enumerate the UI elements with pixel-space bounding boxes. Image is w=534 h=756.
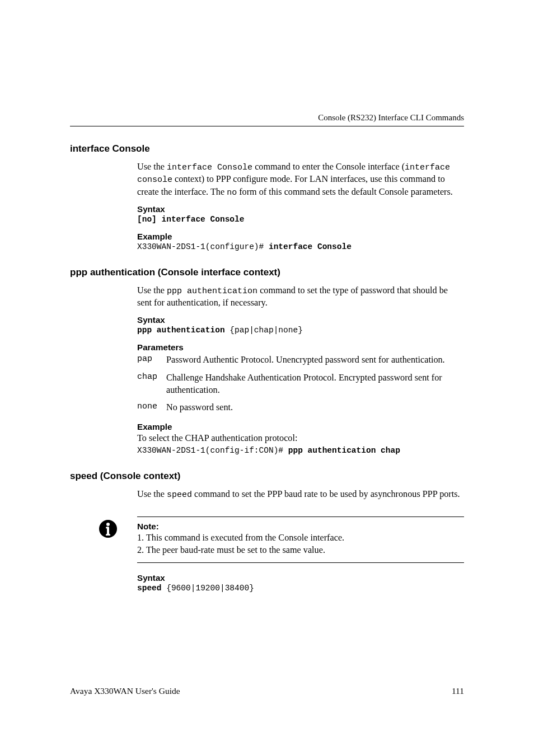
- info-icon: [98, 519, 118, 541]
- code-rest: {pap|chap|none}: [225, 326, 303, 335]
- inline-code: speed: [167, 490, 192, 500]
- note-item: 2. The peer baud-rate must be set to the…: [137, 544, 464, 557]
- inline-code: interface Console: [167, 163, 252, 172]
- example-label: Example: [137, 422, 464, 431]
- text: Use the: [137, 489, 167, 499]
- paragraph: Use the speed command to set the PPP bau…: [137, 489, 464, 501]
- syntax-code: ppp authentication {pap|chap|none}: [137, 326, 464, 335]
- section-interface-console: interface Console Use the interface Cons…: [70, 143, 464, 251]
- text: form of this command sets the default Co…: [237, 187, 453, 197]
- code-bold: ppp authentication: [137, 326, 225, 335]
- note-rule-bottom: [137, 562, 464, 563]
- footer-page-number: 111: [452, 686, 464, 696]
- body-speed: Use the speed command to set the PPP bau…: [137, 489, 464, 501]
- inline-code: no: [227, 188, 237, 198]
- example-label: Example: [137, 232, 464, 241]
- heading-interface-console: interface Console: [70, 143, 464, 154]
- code-prefix: X330WAN-2DS1-1(config-if:CON)#: [137, 446, 288, 455]
- note-rule-top: [137, 516, 464, 517]
- page-content: interface Console Use the interface Cons…: [70, 143, 464, 593]
- param-desc: Password Authentic Protocol. Unencrypted…: [166, 354, 445, 367]
- page-footer: Avaya X330WAN User's Guide 111: [70, 686, 464, 696]
- section-speed: speed (Console context) Use the speed co…: [70, 471, 464, 593]
- note-label: Note:: [137, 522, 464, 531]
- text: Use the: [137, 162, 167, 172]
- body-ppp-auth: Use the ppp authentication command to se…: [137, 285, 464, 455]
- note-block: Note: 1. This command is executed from t…: [137, 516, 464, 563]
- running-header: Console (RS232) Interface CLI Commands: [318, 113, 464, 123]
- syntax-code: [no] interface Console: [137, 215, 464, 224]
- text: command to set the PPP baud rate to be u…: [192, 489, 460, 499]
- svg-point-1: [106, 523, 110, 526]
- parameters-table: pap Password Authentic Protocol. Unencry…: [137, 354, 464, 414]
- code-bold: speed: [137, 584, 162, 593]
- example-code: X330WAN-2DS1-1(configure)# interface Con…: [137, 242, 464, 251]
- example-code: X330WAN-2DS1-1(config-if:CON)# ppp authe…: [137, 446, 464, 455]
- syntax-code: speed {9600|19200|38400}: [137, 584, 464, 593]
- code-bold: interface Console: [269, 242, 352, 251]
- paragraph: Use the ppp authentication command to se…: [137, 285, 464, 309]
- param-row: pap Password Authentic Protocol. Unencry…: [137, 354, 464, 367]
- syntax-label: Syntax: [137, 315, 464, 325]
- param-desc: No password sent.: [166, 402, 233, 414]
- inline-code: ppp authentication: [167, 287, 257, 296]
- example-intro: To select the CHAP authentication protoc…: [137, 433, 464, 445]
- section-ppp-auth: ppp authentication (Console interface co…: [70, 267, 464, 455]
- param-desc: Challenge Handshake Authentication Proto…: [166, 372, 464, 397]
- heading-speed: speed (Console context): [70, 471, 464, 482]
- syntax-label: Syntax: [137, 204, 464, 214]
- param-row: none No password sent.: [137, 402, 464, 414]
- parameters-label: Parameters: [137, 342, 464, 352]
- header-rule: [70, 126, 464, 126]
- code-bold: ppp authentication chap: [288, 446, 400, 455]
- param-row: chap Challenge Handshake Authentication …: [137, 372, 464, 397]
- body-speed-syntax: Syntax speed {9600|19200|38400}: [137, 573, 464, 593]
- code-rest: {9600|19200|38400}: [162, 584, 254, 593]
- param-key: pap: [137, 354, 166, 364]
- syntax-label: Syntax: [137, 573, 464, 583]
- param-key: chap: [137, 372, 166, 382]
- heading-ppp-auth: ppp authentication (Console interface co…: [70, 267, 464, 278]
- param-key: none: [137, 402, 166, 411]
- body-interface-console: Use the interface Console command to ent…: [137, 161, 464, 251]
- note-item: 1. This command is executed from the Con…: [137, 532, 464, 544]
- footer-left: Avaya X330WAN User's Guide: [70, 686, 180, 696]
- code-prefix: X330WAN-2DS1-1(configure)#: [137, 242, 269, 251]
- paragraph: Use the interface Console command to ent…: [137, 161, 464, 199]
- text: Use the: [137, 285, 167, 295]
- text: command to enter the Console interface (: [252, 162, 405, 172]
